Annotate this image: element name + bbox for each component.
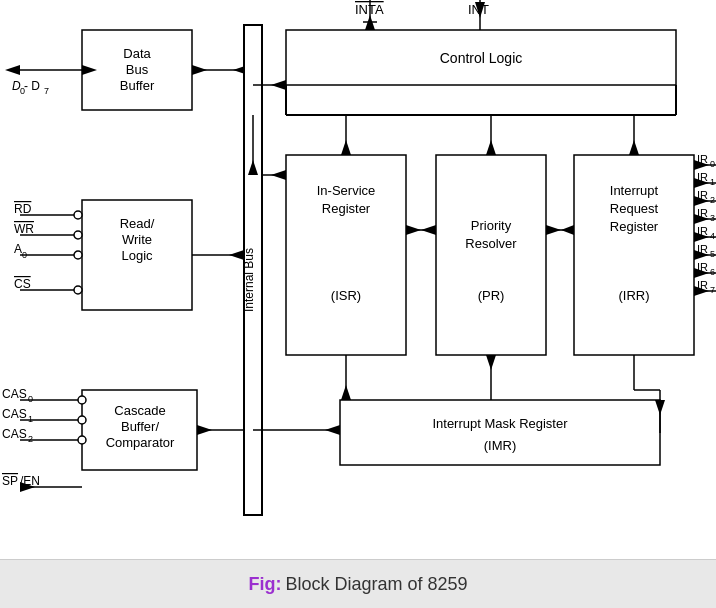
svg-marker-95 [546,225,561,235]
svg-text:Resolver: Resolver [465,236,517,251]
svg-text:1: 1 [28,414,33,424]
svg-text:SP: SP [2,474,18,488]
svg-text:(IRR): (IRR) [618,288,649,303]
svg-text:IR: IR [697,225,708,237]
svg-text:Interrupt: Interrupt [610,183,659,198]
svg-text:Bus: Bus [126,62,149,77]
svg-text:Buffer: Buffer [120,78,155,93]
svg-text:Request: Request [610,201,659,216]
svg-point-44 [78,416,86,424]
svg-text:Write: Write [122,232,152,247]
svg-text:IR: IR [697,279,708,291]
svg-text:A: A [14,242,22,256]
svg-text:IR: IR [697,261,708,273]
block-diagram-svg: Data Bus Buffer D 0 - D 7 Internal Bus R… [0,0,716,560]
svg-text:(IMR): (IMR) [484,438,517,453]
svg-rect-132 [340,400,660,465]
svg-text:In-Service: In-Service [317,183,376,198]
svg-text:IR: IR [697,207,708,219]
svg-marker-86 [421,225,436,235]
svg-text:/EN: /EN [20,474,40,488]
svg-text:Logic: Logic [121,248,153,263]
svg-marker-12 [192,65,207,75]
svg-text:RD: RD [14,202,32,216]
svg-marker-56 [197,425,212,435]
svg-point-40 [78,396,86,404]
svg-marker-68 [271,80,286,90]
svg-marker-85 [406,225,421,235]
svg-text:- D: - D [24,79,40,93]
svg-text:IR: IR [697,243,708,255]
svg-text:5: 5 [710,249,715,259]
svg-text:IR: IR [697,189,708,201]
svg-marker-138 [325,425,340,435]
svg-text:(PR): (PR) [478,288,505,303]
svg-text:Internal Bus: Internal Bus [242,248,256,312]
svg-text:0: 0 [28,394,33,404]
svg-marker-136 [486,355,496,370]
svg-text:Comparator: Comparator [106,435,175,450]
svg-text:4: 4 [710,231,715,241]
svg-text:Register: Register [610,219,659,234]
svg-marker-5 [5,65,20,75]
svg-text:INT: INT [468,2,489,17]
svg-text:6: 6 [710,267,715,277]
figure-caption: Fig: Block Diagram of 8259 [0,560,716,608]
svg-text:WR: WR [14,222,34,236]
svg-text:Read/: Read/ [120,216,155,231]
svg-text:CAS: CAS [2,427,27,441]
svg-text:Priority: Priority [471,218,512,233]
svg-text:2: 2 [710,195,715,205]
svg-point-48 [78,436,86,444]
svg-marker-34 [229,250,244,260]
svg-marker-96 [561,225,574,235]
svg-point-21 [74,211,82,219]
svg-text:IR: IR [697,171,708,183]
svg-text:IR: IR [697,153,708,165]
svg-text:CAS: CAS [2,407,27,421]
svg-text:3: 3 [710,213,715,223]
svg-text:Buffer/: Buffer/ [121,419,159,434]
svg-text:7: 7 [710,285,715,295]
svg-text:7: 7 [44,86,49,96]
svg-text:Register: Register [322,201,371,216]
svg-rect-80 [436,155,546,355]
caption-text: Block Diagram of 8259 [285,574,467,595]
svg-point-31 [74,286,82,294]
svg-text:Interrupt Mask Register: Interrupt Mask Register [432,416,568,431]
diagram-container: Data Bus Buffer D 0 - D 7 Internal Bus R… [0,0,716,560]
fig-label: Fig: [248,574,281,595]
svg-text:Data: Data [123,46,151,61]
svg-marker-77 [271,170,286,180]
svg-text:Control Logic: Control Logic [440,50,523,66]
svg-point-27 [74,251,82,259]
svg-text:CS: CS [14,277,31,291]
svg-marker-98 [629,140,639,155]
svg-marker-88 [486,140,496,155]
svg-marker-79 [341,140,351,155]
svg-text:1: 1 [710,177,715,187]
svg-text:Cascade: Cascade [114,403,165,418]
svg-text:(ISR): (ISR) [331,288,361,303]
svg-text:0: 0 [22,250,27,260]
svg-text:INTA: INTA [355,2,384,17]
svg-text:CAS: CAS [2,387,27,401]
svg-point-24 [74,231,82,239]
svg-marker-145 [341,385,351,400]
svg-text:0: 0 [710,159,715,169]
svg-text:2: 2 [28,434,33,444]
